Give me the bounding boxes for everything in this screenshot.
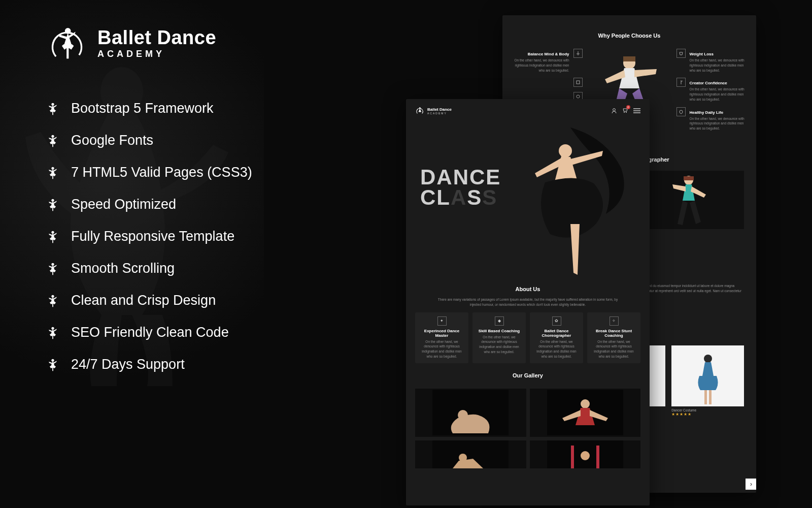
preview-screenshot-primary: Ballet DanceACADEMY 0 DANCE CLASS Abou [406,99,650,505]
gallery-image[interactable] [415,440,526,468]
product-card[interactable]: Dancer Costume ★★★★★ [671,345,744,417]
ballerina-bullet-icon [46,166,60,180]
choose-item-body: On the other hand, we denounce with righ… [690,116,747,131]
feature-item: SEO Friendly Clean Code [46,325,330,340]
ballerina-bullet-icon [46,102,60,116]
feature-label: Clean and Crisp Design [71,293,216,308]
about-card-body: On the other hand, we denounce with righ… [419,339,464,359]
svg-rect-17 [52,302,53,307]
about-card[interactable]: ✧Break Dance Stunt CoachingOn the other … [587,312,640,363]
choose-item-title: Weight Loss [690,52,747,56]
svg-rect-3 [66,46,69,58]
logo-title: Ballet Dance [97,28,216,48]
master-icon: ✦ [437,316,447,326]
feature-label: Google Fonts [71,133,153,148]
choose-item-title: Balance Mind & Body [513,52,569,56]
feature-item: Bootstrap 5 Framework [46,101,330,116]
choose-item-body: On the other hand, we denounce with righ… [690,58,747,73]
placeholder-icon [573,78,583,87]
carousel-next-button[interactable]: › [746,479,756,490]
svg-point-45 [626,112,627,113]
svg-point-23 [577,95,580,98]
product-caption: Dancer Costume [671,408,744,412]
feature-item: 24/7 Days Support [46,357,330,372]
ballerina-logo-icon [415,106,424,115]
svg-rect-5 [52,110,53,115]
logo-subtitle: ACADEMY [97,49,216,59]
ballerina-bullet-icon [46,198,60,212]
about-card-title: Experinced Dance Master [419,329,464,338]
ballet-icon: ✿ [552,316,561,326]
feature-item: Smooth Scrolling [46,261,330,276]
about-card-title: Skill Based Coaching [477,329,522,333]
svg-point-54 [581,451,590,460]
cart-icon[interactable]: 0 [622,107,628,114]
cart-badge: 0 [626,105,630,109]
gallery-image[interactable] [530,440,641,468]
svg-rect-25 [623,56,635,61]
mock-brand-logo[interactable]: Ballet DanceACADEMY [415,106,452,115]
hero-title: DANCE CLASS [420,167,501,208]
svg-point-38 [704,355,712,363]
feature-item: 7 HTML5 Valid Pages (CSS3) [46,165,330,180]
about-card[interactable]: ◆Skill Based CoachingOn the other hand, … [472,312,526,363]
choose-item: Creator ConfidenceOn the other hand, we … [676,78,747,102]
svg-rect-21 [52,366,53,371]
feature-list: Bootstrap 5 Framework Google Fonts 7 HTM… [46,101,330,372]
svg-rect-9 [52,174,53,179]
skill-icon: ◆ [495,316,504,326]
about-card[interactable]: ✦Experinced Dance MasterOn the other han… [415,312,468,363]
balance-icon [573,49,583,58]
choose-item: Balance Mind & BodyOn the other hand, we… [513,49,583,73]
mock-logo-sub: ACADEMY [427,112,452,115]
feature-label: 7 HTML5 Valid Pages (CSS3) [71,165,252,180]
svg-point-46 [559,144,572,157]
user-icon[interactable] [611,108,617,114]
why-choose-title: Why People Choose Us [502,33,756,39]
confidence-icon [676,78,686,87]
ballerina-logo-icon [46,22,88,65]
ballerina-bullet-icon [46,358,60,372]
feature-label: 24/7 Days Support [71,357,185,372]
hero-ballerina-image [494,122,647,280]
svg-rect-28 [684,176,694,180]
weight-icon [676,49,686,58]
feature-label: Speed Optimized [71,197,176,212]
svg-point-43 [613,109,616,111]
hero-section: DANCE CLASS [406,122,650,280]
choose-item-title: Healthy Daily Life [690,110,747,115]
hamburger-menu-icon[interactable] [633,108,640,113]
choose-item: Healthy Daily LifeOn the other hand, we … [676,107,747,131]
about-title: About Us [419,286,636,292]
gallery-image[interactable] [415,389,526,437]
choose-item-title: Creator Confidence [690,81,747,85]
svg-rect-13 [52,238,53,243]
choose-item-body: On the other hand, we denounce with righ… [690,87,747,102]
about-card[interactable]: ✿Ballet Dance ChoreographerOn the other … [530,312,583,363]
svg-rect-40 [709,390,712,404]
break-icon: ✧ [610,316,619,326]
svg-rect-11 [52,206,53,211]
ballerina-bullet-icon [46,134,60,148]
mock-logo-title: Ballet Dance [427,107,452,112]
feature-item: Google Fonts [46,133,330,148]
choose-item-placeholder [513,78,583,87]
choose-item-body: On the other hand, we denounce with righ… [513,58,569,73]
svg-rect-22 [577,81,580,84]
feature-label: Bootstrap 5 Framework [71,101,214,116]
about-card-body: On the other hand, we denounce with righ… [477,335,522,355]
choose-item: Weight LossOn the other hand, we denounc… [676,49,747,73]
svg-point-44 [624,112,625,113]
feature-label: Smooth Scrolling [71,261,175,276]
feature-label: SEO Friendly Clean Code [71,325,229,340]
star-rating-icon: ★★★★★ [671,412,744,417]
gallery-image[interactable] [530,389,641,437]
about-body: There are many variations of passages of… [436,297,619,307]
gallery-title: Our Gallery [406,372,650,378]
ballerina-bullet-icon [46,326,60,340]
brand-logo: Ballet Dance ACADEMY [46,22,330,65]
svg-rect-39 [704,390,707,404]
about-card-title: Break Dance Stunt Coaching [591,329,636,338]
health-icon [676,107,686,116]
ballerina-bullet-icon [46,294,60,308]
